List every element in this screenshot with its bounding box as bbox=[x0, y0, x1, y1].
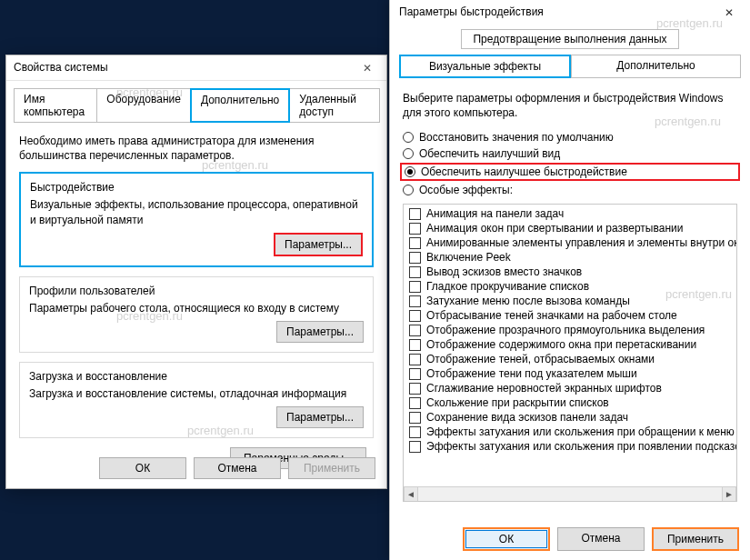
scroll-right-icon[interactable]: ► bbox=[722, 487, 736, 501]
dialog-title-bar: Свойства системы ✕ bbox=[6, 55, 386, 81]
effect-label: Затухание меню после вызова команды bbox=[426, 295, 630, 307]
effect-label: Скольжение при раскрытии списков bbox=[426, 396, 609, 409]
group-description: Параметры рабочего стола, относящиеся ко… bbox=[29, 301, 364, 315]
radio-icon bbox=[403, 132, 414, 143]
profiles-settings-button[interactable]: Параметры... bbox=[276, 321, 364, 343]
tab-advanced[interactable]: Дополнительно bbox=[571, 55, 741, 78]
effect-label: Анимация на панели задач bbox=[426, 207, 564, 220]
description: Выберите параметры оформления и быстроде… bbox=[403, 91, 737, 120]
checkbox-icon bbox=[409, 237, 421, 249]
radio-restore-defaults[interactable]: Восстановить значения по умолчанию bbox=[403, 129, 737, 145]
dialog-title: Свойства системы bbox=[14, 61, 108, 74]
tab-dep[interactable]: Предотвращение выполнения данных bbox=[461, 29, 678, 49]
checkbox-icon bbox=[409, 426, 421, 438]
checkbox-icon bbox=[409, 252, 421, 264]
effect-label: Включение Peek bbox=[426, 251, 511, 264]
effect-option[interactable]: Гладкое прокручивание списков bbox=[404, 279, 736, 294]
effect-option[interactable]: Затухание меню после вызова команды bbox=[404, 294, 736, 308]
effect-label: Сглаживание неровностей экранных шрифтов bbox=[426, 382, 662, 395]
apply-button[interactable]: Применить bbox=[288, 457, 375, 479]
cancel-button[interactable]: Отмена bbox=[194, 457, 281, 479]
radio-custom[interactable]: Особые эффекты: bbox=[403, 182, 737, 198]
effect-option[interactable]: Отображение прозрачного прямоугольника в… bbox=[404, 323, 736, 337]
effect-label: Анимированные элементы управления и элем… bbox=[426, 236, 736, 249]
checkbox-icon bbox=[409, 325, 421, 336]
radio-best-appearance[interactable]: Обеспечить наилучший вид bbox=[403, 145, 737, 162]
tab-bar: Имя компьютера Оборудование Дополнительн… bbox=[6, 81, 386, 123]
effect-option[interactable]: Анимированные элементы управления и элем… bbox=[404, 235, 736, 250]
radio-best-performance[interactable]: Обеспечить наилучшее быстродействие bbox=[400, 163, 740, 181]
tab-row-lower: Визуальные эффекты Дополнительно bbox=[390, 53, 750, 78]
apply-button[interactable]: Применить bbox=[652, 527, 739, 551]
tab-visual-effects[interactable]: Визуальные эффекты bbox=[399, 55, 571, 78]
radio-label: Обеспечить наилучшее быстродействие bbox=[421, 165, 627, 178]
radio-label: Особые эффекты: bbox=[419, 184, 513, 196]
effect-label: Отображение тени под указателем мыши bbox=[426, 367, 637, 380]
group-description: Загрузка и восстановление системы, отлад… bbox=[29, 386, 364, 401]
effect-option[interactable]: Вывод эскизов вместо значков bbox=[404, 265, 736, 279]
effect-label: Эффекты затухания или скольжения при обр… bbox=[426, 425, 735, 438]
group-user-profiles: Профили пользователей Параметры рабочего… bbox=[19, 276, 374, 353]
close-button[interactable]: ✕ bbox=[354, 59, 381, 77]
dialog-body: Необходимо иметь права администратора дл… bbox=[6, 123, 386, 476]
group-description: Визуальные эффекты, использование процес… bbox=[30, 197, 363, 226]
effect-option[interactable]: Эффекты затухания или скольжения при обр… bbox=[404, 425, 736, 439]
group-startup-recovery: Загрузка и восстановление Загрузка и вос… bbox=[19, 362, 374, 438]
effect-option[interactable]: Включение Peek bbox=[404, 250, 736, 265]
checkbox-icon bbox=[409, 266, 421, 278]
checkbox-icon bbox=[409, 441, 421, 453]
admin-note: Необходимо иметь права администратора дл… bbox=[19, 134, 374, 163]
close-button[interactable]: ✕ bbox=[715, 4, 743, 22]
effect-option[interactable]: Сглаживание неровностей экранных шрифтов bbox=[404, 381, 736, 395]
checkbox-icon bbox=[409, 208, 421, 220]
checkbox-icon bbox=[409, 310, 421, 322]
dialog-title: Параметры быстродействия bbox=[399, 5, 544, 18]
effect-label: Отображение прозрачного прямоугольника в… bbox=[426, 324, 705, 336]
horizontal-scrollbar[interactable]: ◄ ► bbox=[404, 486, 736, 501]
effect-option[interactable]: Отображение теней, отбрасываемых окнами bbox=[404, 352, 736, 366]
effect-label: Вывод эскизов вместо значков bbox=[426, 265, 582, 278]
effect-label: Отображение содержимого окна при перетас… bbox=[426, 338, 696, 351]
effect-option[interactable]: Анимация окон при свертывании и разверты… bbox=[404, 221, 736, 235]
effect-option[interactable]: Отбрасывание теней значками на рабочем с… bbox=[404, 308, 736, 323]
effect-option[interactable]: Отображение тени под указателем мыши bbox=[404, 366, 736, 381]
performance-options-dialog: Параметры быстродействия ✕ Предотвращени… bbox=[389, 0, 750, 560]
effect-label: Сохранение вида эскизов панели задач bbox=[426, 411, 628, 424]
checkbox-icon bbox=[409, 223, 421, 235]
tab-hardware[interactable]: Оборудование bbox=[96, 88, 191, 123]
ok-button[interactable]: ОК bbox=[463, 527, 550, 551]
radio-icon bbox=[403, 148, 414, 159]
scroll-left-icon[interactable]: ◄ bbox=[404, 487, 418, 501]
group-title: Загрузка и восстановление bbox=[29, 370, 364, 383]
radio-label: Обеспечить наилучший вид bbox=[419, 147, 560, 160]
checkbox-icon bbox=[409, 295, 421, 307]
effect-option[interactable]: Скольжение при раскрытии списков bbox=[404, 395, 736, 410]
performance-settings-button[interactable]: Параметры... bbox=[274, 233, 363, 256]
checkbox-icon bbox=[409, 397, 421, 409]
dialog-body: Выберите параметры оформления и быстроде… bbox=[390, 78, 750, 502]
tab-remote[interactable]: Удаленный доступ bbox=[289, 88, 380, 123]
checkbox-icon bbox=[409, 281, 421, 293]
effect-option[interactable]: Эффекты затухания или скольжения при поя… bbox=[404, 439, 736, 454]
group-performance: Быстродействие Визуальные эффекты, испол… bbox=[19, 172, 374, 266]
effects-list: Анимация на панели задачАнимация окон пр… bbox=[403, 204, 737, 502]
tab-computer-name[interactable]: Имя компьютера bbox=[14, 88, 97, 123]
startup-settings-button[interactable]: Параметры... bbox=[276, 406, 364, 428]
close-icon: ✕ bbox=[725, 6, 734, 19]
group-title: Быстродействие bbox=[30, 181, 363, 194]
ok-button[interactable]: ОК bbox=[99, 457, 186, 479]
radio-label: Восстановить значения по умолчанию bbox=[419, 131, 614, 144]
tab-advanced[interactable]: Дополнительно bbox=[190, 88, 290, 123]
effect-label: Эффекты затухания или скольжения при поя… bbox=[426, 440, 736, 453]
checkbox-icon bbox=[409, 412, 421, 424]
effect-option[interactable]: Сохранение вида эскизов панели задач bbox=[404, 410, 736, 425]
group-title: Профили пользователей bbox=[29, 285, 364, 297]
checkbox-icon bbox=[409, 368, 421, 380]
radio-icon bbox=[403, 185, 414, 195]
effect-option[interactable]: Отображение содержимого окна при перетас… bbox=[404, 337, 736, 352]
cancel-button[interactable]: Отмена bbox=[557, 527, 645, 551]
effect-option[interactable]: Анимация на панели задач bbox=[404, 206, 736, 221]
dialog-footer: ОК Отмена Применить bbox=[99, 457, 375, 479]
effect-label: Отображение теней, отбрасываемых окнами bbox=[426, 353, 655, 365]
dialog-title-bar: Параметры быстродействия ✕ bbox=[390, 0, 750, 25]
